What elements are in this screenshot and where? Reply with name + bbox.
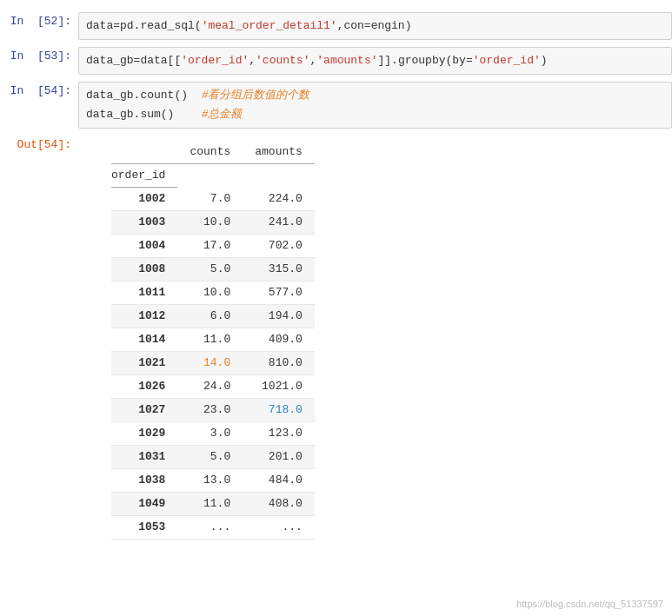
counts-cell: 17.0 [177, 235, 243, 258]
counts-cell: 7.0 [177, 188, 243, 211]
counts-cell: 5.0 [177, 258, 243, 282]
cell-prompt-53: In [53]: [0, 47, 78, 66]
cell-content-53[interactable]: data_gb=data[['order_id','counts','amoun… [78, 47, 672, 75]
output-content: counts amounts order_id 10027.0224.01003… [78, 136, 672, 541]
col-header-amounts: amounts [243, 141, 315, 164]
amounts-cell: ... [243, 516, 315, 540]
cell-content-52[interactable]: data=pd.read_sql('meal_order_detail1',co… [78, 12, 672, 40]
table-row: 102624.01021.0 [111, 375, 315, 399]
table-index-name: order_id [111, 164, 177, 188]
amounts-cell: 810.0 [243, 352, 315, 375]
watermark: https://blog.csdn.net/qq_51337597 [516, 599, 663, 609]
table-row: 1053...... [111, 516, 315, 540]
table-row: 102114.0810.0 [111, 352, 315, 375]
cell-prompt-54: In [54]: [0, 82, 78, 101]
counts-cell: ... [177, 516, 243, 540]
amounts-cell: 224.0 [243, 188, 315, 211]
table-row: 101411.0409.0 [111, 328, 315, 352]
amounts-cell: 577.0 [243, 282, 315, 305]
counts-cell: 23.0 [177, 399, 243, 422]
cell-content-54[interactable]: data_gb.count() #看分组后数值的个数 data_gb.sum()… [78, 82, 672, 129]
index-cell: 1029 [111, 422, 177, 446]
amounts-cell: 1021.0 [243, 375, 315, 399]
counts-cell: 11.0 [177, 493, 243, 516]
amounts-cell: 201.0 [243, 446, 315, 469]
table-row: 100310.0241.0 [111, 211, 315, 235]
table-row: 104911.0408.0 [111, 493, 315, 516]
amounts-cell: 194.0 [243, 305, 315, 328]
amounts-cell: 241.0 [243, 211, 315, 235]
cell-52: In [52]: data=pd.read_sql('meal_order_de… [0, 9, 672, 43]
cell-prompt-out-54: Out[54]: [0, 136, 78, 155]
amounts-cell: 702.0 [243, 235, 315, 258]
index-cell: 1038 [111, 469, 177, 493]
amounts-cell: 718.0 [243, 399, 315, 422]
amounts-cell: 123.0 [243, 422, 315, 446]
notebook: In [52]: data=pd.read_sql('meal_order_de… [0, 0, 672, 616]
counts-cell: 14.0 [177, 352, 243, 375]
cell-prompt-52: In [52]: [0, 12, 78, 31]
index-cell: 1031 [111, 446, 177, 469]
table-row: 10293.0123.0 [111, 422, 315, 446]
table-row: 10315.0201.0 [111, 446, 315, 469]
table-row: 102723.0718.0 [111, 399, 315, 422]
output-table: counts amounts order_id 10027.0224.01003… [111, 141, 315, 540]
index-cell: 1021 [111, 352, 177, 375]
index-cell: 1004 [111, 235, 177, 258]
cell-54: In [54]: data_gb.count() #看分组后数值的个数 data… [0, 78, 672, 132]
amounts-cell: 409.0 [243, 328, 315, 352]
counts-cell: 13.0 [177, 469, 243, 493]
table-row: 10085.0315.0 [111, 258, 315, 282]
counts-cell: 3.0 [177, 422, 243, 446]
table-row: 10027.0224.0 [111, 188, 315, 211]
index-cell: 1049 [111, 493, 177, 516]
counts-cell: 10.0 [177, 211, 243, 235]
code-line-2: data_gb.sum() #总金额 [86, 105, 664, 124]
code-line: data=pd.read_sql('meal_order_detail1',co… [86, 17, 664, 36]
amounts-cell: 315.0 [243, 258, 315, 282]
col-header-counts: counts [177, 141, 243, 164]
code-line: data_gb=data[['order_id','counts','amoun… [86, 51, 664, 70]
index-cell: 1014 [111, 328, 177, 352]
cell-53: In [53]: data_gb=data[['order_id','count… [0, 43, 672, 78]
index-cell: 1002 [111, 188, 177, 211]
table-row: 10126.0194.0 [111, 305, 315, 328]
table-index-header [111, 141, 177, 164]
counts-cell: 10.0 [177, 282, 243, 305]
counts-cell: 24.0 [177, 375, 243, 399]
counts-cell: 5.0 [177, 446, 243, 469]
amounts-cell: 484.0 [243, 469, 315, 493]
index-cell: 1027 [111, 399, 177, 422]
amounts-cell: 408.0 [243, 493, 315, 516]
index-cell: 1026 [111, 375, 177, 399]
table-row: 101110.0577.0 [111, 282, 315, 305]
counts-cell: 6.0 [177, 305, 243, 328]
counts-cell: 11.0 [177, 328, 243, 352]
index-cell: 1053 [111, 516, 177, 540]
index-cell: 1012 [111, 305, 177, 328]
index-cell: 1003 [111, 211, 177, 235]
table-row: 100417.0702.0 [111, 235, 315, 258]
code-line-1: data_gb.count() #看分组后数值的个数 [86, 86, 664, 105]
cell-out-54: Out[54]: counts amounts order_id [0, 132, 672, 545]
index-cell: 1008 [111, 258, 177, 282]
table-row: 103813.0484.0 [111, 469, 315, 493]
index-cell: 1011 [111, 282, 177, 305]
